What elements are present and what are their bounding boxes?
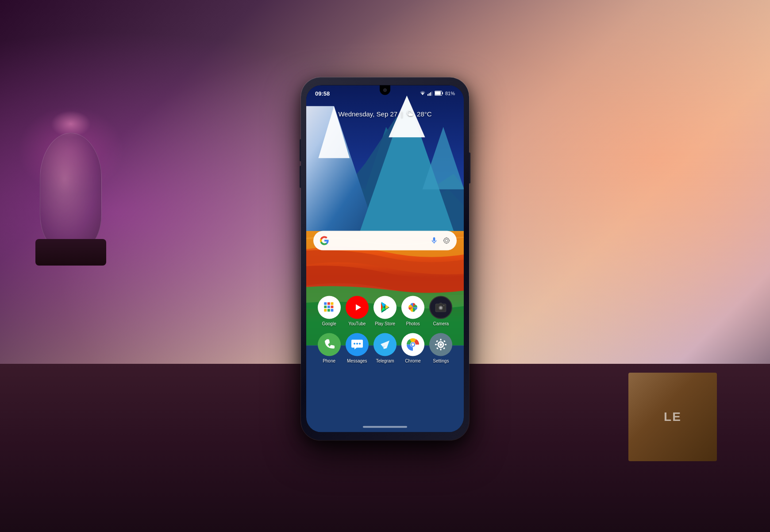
svg-rect-10	[429, 93, 430, 96]
playstore-icon	[373, 296, 397, 319]
weather-icon: 🌤	[406, 110, 413, 118]
svg-rect-49	[440, 349, 442, 351]
svg-point-39	[443, 305, 444, 306]
google-g-logo	[320, 236, 329, 246]
power-button[interactable]	[469, 153, 470, 184]
svg-rect-24	[331, 302, 333, 305]
svg-rect-48	[440, 339, 442, 341]
camera-icon	[429, 296, 452, 319]
phone-app-icon	[318, 333, 341, 356]
svg-rect-11	[430, 93, 431, 96]
app-item-youtube[interactable]: YouTube	[345, 296, 370, 326]
phone-screen: 09:58	[306, 85, 464, 432]
settings-icon	[429, 333, 452, 356]
front-camera	[383, 89, 387, 92]
photos-icon	[401, 296, 424, 319]
svg-rect-52	[436, 340, 439, 342]
svg-marker-31	[356, 305, 361, 311]
messages-label: Messages	[347, 359, 367, 363]
app-item-google[interactable]: Google	[317, 296, 342, 326]
svg-rect-15	[435, 92, 441, 95]
svg-rect-54	[436, 347, 439, 349]
svg-rect-12	[431, 92, 432, 96]
app-row-1: Google YouTube	[315, 296, 455, 326]
app-item-settings[interactable]: Settings	[428, 333, 453, 363]
svg-rect-25	[324, 306, 327, 308]
svg-point-46	[412, 343, 414, 346]
svg-point-41	[356, 343, 358, 345]
svg-rect-14	[442, 93, 443, 94]
app-item-chrome[interactable]: Chrome	[400, 333, 425, 363]
wooden-box: LE	[628, 373, 717, 461]
playstore-label: Play Store	[375, 321, 395, 326]
svg-point-38	[440, 307, 442, 309]
svg-point-17	[445, 239, 448, 242]
app-item-messages[interactable]: Messages	[345, 333, 370, 363]
phone-shell: 09:58	[301, 77, 469, 440]
date-widget: Wednesday, Sep 27 | 🌤 28°C	[306, 110, 464, 118]
temperature: 28°C	[417, 110, 432, 117]
chrome-label: Chrome	[405, 359, 421, 363]
settings-label: Settings	[433, 359, 449, 363]
youtube-icon	[346, 296, 369, 319]
volume-up-button[interactable]	[300, 139, 301, 162]
telegram-label: Telegram	[376, 359, 394, 363]
svg-point-47	[439, 343, 442, 346]
svg-rect-51	[445, 344, 447, 345]
google-search-bar[interactable]	[313, 231, 457, 251]
svg-point-40	[354, 343, 355, 345]
svg-rect-22	[324, 302, 327, 305]
camera-label: Camera	[433, 321, 449, 326]
battery-icon	[435, 91, 443, 96]
telegram-icon	[373, 333, 397, 356]
chrome-icon	[401, 333, 424, 356]
app-grid: Google YouTube	[306, 296, 464, 370]
status-icons: 81%	[420, 91, 455, 96]
google-icon	[318, 296, 341, 319]
google-label: Google	[322, 321, 336, 326]
messages-icon	[346, 333, 369, 356]
wallpaper	[306, 85, 464, 432]
app-row-2: Phone Messages	[315, 333, 455, 363]
status-time: 09:58	[315, 90, 330, 96]
svg-rect-53	[443, 340, 446, 342]
svg-rect-50	[435, 344, 437, 345]
svg-rect-28	[324, 309, 327, 312]
phone: 09:58	[301, 77, 469, 440]
svg-rect-55	[443, 347, 446, 349]
phone-app-label: Phone	[323, 359, 335, 363]
date-separator: |	[401, 110, 403, 117]
microphone-icon[interactable]	[430, 237, 438, 245]
app-item-playstore[interactable]: Play Store	[373, 296, 397, 326]
home-indicator[interactable]	[363, 426, 407, 428]
youtube-label: YouTube	[348, 321, 366, 326]
svg-rect-27	[331, 306, 333, 308]
app-item-camera[interactable]: Camera	[428, 296, 453, 326]
lamp-decoration	[27, 97, 115, 283]
svg-rect-30	[331, 309, 333, 312]
svg-rect-9	[427, 94, 428, 96]
app-item-photos[interactable]: Photos	[400, 296, 425, 326]
lens-icon[interactable]	[443, 237, 450, 245]
search-voice-lens	[430, 237, 450, 245]
svg-rect-29	[327, 309, 330, 312]
signal-icon	[427, 91, 433, 96]
svg-point-16	[444, 238, 449, 243]
photos-label: Photos	[406, 321, 420, 326]
wifi-icon	[420, 91, 426, 96]
app-item-telegram[interactable]: Telegram	[373, 333, 397, 363]
svg-rect-26	[327, 306, 330, 308]
svg-rect-23	[327, 302, 330, 305]
app-item-phone[interactable]: Phone	[317, 333, 342, 363]
svg-point-42	[359, 343, 361, 345]
battery-percent: 81%	[445, 91, 455, 96]
date-text: Wednesday, Sep 27	[338, 110, 397, 117]
volume-down-button[interactable]	[300, 166, 301, 188]
